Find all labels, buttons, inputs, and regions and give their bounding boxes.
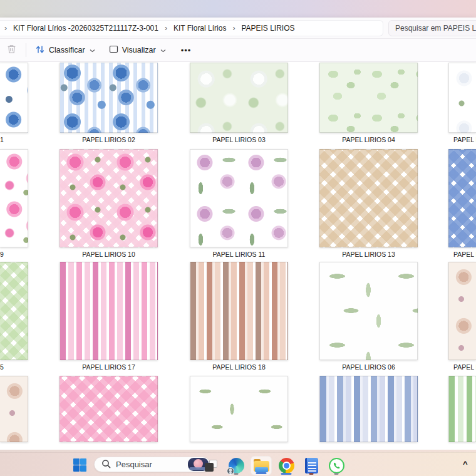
file-label: PAPEL LIRIOS 04: [319, 136, 418, 144]
file-thumbnail[interactable]: [190, 149, 288, 247]
file-explorer-icon: [254, 459, 269, 472]
file-label: PAPEL LIRIOS 02: [59, 136, 158, 144]
chevron-down-icon: [160, 46, 166, 54]
file-thumbnail[interactable]: [319, 63, 418, 133]
desktop-wallpaper-top: [0, 0, 476, 18]
taskbar-search-box[interactable]: Pesquisar: [94, 457, 210, 472]
active-indicator: [256, 472, 267, 474]
file-thumbnail[interactable]: [448, 262, 476, 360]
file-thumbnail[interactable]: [448, 149, 476, 247]
file-label: PAPEL L: [448, 363, 476, 371]
windows-logo-icon: [73, 465, 80, 472]
sort-button[interactable]: Classificar: [30, 41, 100, 60]
explorer-search-input[interactable]: Pesquisar em PAPEIS LIRIO: [388, 20, 476, 36]
chevron-right-icon: ›: [232, 24, 235, 33]
file-item[interactable]: PAPEL LIRIOS 13: [319, 149, 418, 259]
running-indicator: [334, 473, 339, 475]
toolbar-divider: [26, 43, 26, 57]
search-icon: [101, 459, 111, 470]
view-button[interactable]: Visualizar: [104, 41, 171, 59]
file-item[interactable]: PAPEL LIRIOS 06: [319, 262, 418, 371]
file-item[interactable]: [190, 376, 288, 442]
file-thumbnail[interactable]: [319, 262, 418, 360]
taskbar-chrome-button[interactable]: [276, 456, 297, 475]
taskbar-edge-button[interactable]: [225, 456, 247, 475]
file-thumbnail[interactable]: [0, 63, 28, 133]
file-item[interactable]: [59, 376, 158, 442]
file-label: PAPEL LIRIOS 13: [319, 251, 418, 259]
taskbar: Pesquisar: [0, 452, 476, 476]
file-label: PAPEL LIRIOS 03: [190, 136, 288, 144]
taskbar-file-explorer-button[interactable]: [251, 456, 272, 475]
breadcrumb-item-papeis-lirios[interactable]: PAPEIS LIRIOS: [241, 24, 294, 33]
file-item[interactable]: [319, 376, 418, 442]
file-thumbnail[interactable]: [59, 262, 158, 360]
file-item[interactable]: PAPEL LIRIOS 02: [59, 63, 158, 144]
breadcrumb: › KIT Floral Lírios -20260325T211117Z-3-…: [0, 20, 383, 36]
file-label: 5: [0, 363, 28, 371]
address-bar: › KIT Floral Lírios -20260325T211117Z-3-…: [0, 18, 476, 39]
file-label: PAPEL L: [448, 251, 476, 259]
file-item[interactable]: [448, 376, 476, 442]
view-button-label: Visualizar: [122, 46, 156, 54]
whatsapp-icon: [329, 458, 344, 473]
file-thumbnail[interactable]: [190, 262, 288, 360]
file-item[interactable]: PAPEL LIRIOS 10: [59, 149, 158, 259]
sort-button-label: Classificar: [49, 46, 85, 54]
file-label: PAPEL LIRIOS 11: [190, 251, 288, 259]
file-thumbnail[interactable]: [319, 376, 418, 442]
notepad-icon: [305, 458, 318, 473]
file-item[interactable]: PAPEL LIRIOS 18: [190, 262, 288, 371]
file-thumbnail[interactable]: [448, 63, 476, 133]
file-label: PAPEL LIRIOS 17: [59, 363, 158, 371]
file-item[interactable]: PAPEL L: [448, 262, 476, 371]
file-explorer-window: › KIT Floral Lírios -20260325T211117Z-3-…: [0, 18, 476, 450]
file-label: PAPEL LIRIOS 06: [319, 363, 418, 371]
file-item[interactable]: PAPEL LIRIOS 03: [190, 63, 288, 144]
file-thumbnail[interactable]: [59, 376, 158, 442]
taskbar-whatsapp-button[interactable]: [326, 456, 347, 475]
file-label: 1: [0, 136, 28, 144]
file-label: PAPEL L: [448, 136, 476, 144]
trash-icon: [6, 44, 17, 56]
file-item[interactable]: 9: [0, 149, 28, 259]
windows-logo-icon: [80, 465, 86, 472]
edge-icon: [229, 458, 244, 473]
file-item[interactable]: [0, 376, 28, 442]
file-label: PAPEL LIRIOS 18: [190, 363, 288, 371]
profile-avatar: [227, 467, 234, 475]
explorer-search-placeholder: Pesquisar em PAPEIS LIRIO: [395, 24, 476, 33]
file-label: PAPEL LIRIOS 10: [59, 251, 158, 259]
breadcrumb-item-kit-folder[interactable]: KIT Floral Lírios -20260325T211117Z-3-00…: [13, 24, 158, 33]
file-thumbnail[interactable]: [0, 376, 28, 442]
chevron-right-icon: ›: [165, 24, 167, 33]
task-view-icon: [204, 459, 218, 473]
file-thumbnail[interactable]: [59, 149, 158, 247]
file-thumbnail[interactable]: [448, 376, 476, 442]
taskbar-notepad-button[interactable]: [301, 456, 322, 475]
see-more-button[interactable]: •••: [176, 42, 197, 59]
file-thumbnail[interactable]: [59, 63, 158, 133]
show-hidden-icons-chevron[interactable]: ^: [463, 459, 468, 468]
file-thumbnail[interactable]: [190, 376, 288, 442]
file-item[interactable]: PAPEL LIRIOS 11: [190, 149, 288, 259]
file-item[interactable]: PAPEL L: [448, 63, 476, 144]
delete-button[interactable]: [1, 40, 22, 60]
screen: › KIT Floral Lírios -20260325T211117Z-3-…: [0, 0, 476, 476]
taskbar-search-placeholder: Pesquisar: [116, 460, 152, 469]
file-thumbnail[interactable]: [0, 149, 28, 247]
file-item[interactable]: PAPEL LIRIOS 17: [59, 262, 158, 371]
task-view-button[interactable]: [200, 456, 222, 475]
file-item[interactable]: 5: [0, 262, 28, 371]
file-thumbnail[interactable]: [190, 63, 288, 133]
chevron-right-icon: ›: [4, 24, 7, 33]
file-thumbnail[interactable]: [319, 149, 418, 247]
file-item[interactable]: PAPEL LIRIOS 04: [319, 63, 418, 144]
command-toolbar: Classificar Visualizar •••: [0, 39, 476, 62]
file-thumbnail[interactable]: [0, 262, 28, 360]
breadcrumb-item-kit-floral-lirios[interactable]: KIT Floral Lírios: [173, 24, 226, 33]
file-item[interactable]: 1: [0, 63, 28, 144]
start-button[interactable]: [73, 458, 86, 472]
windows-logo-icon: [73, 458, 80, 465]
file-item[interactable]: PAPEL L: [448, 149, 476, 259]
